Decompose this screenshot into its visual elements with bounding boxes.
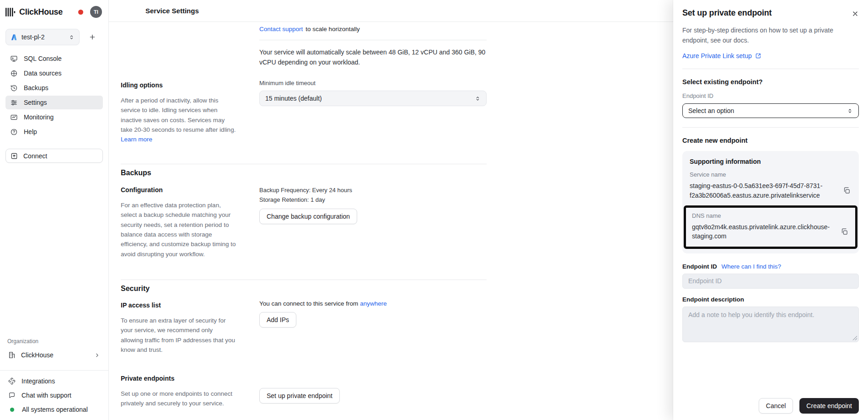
idling-options-title: Idling options — [121, 81, 236, 89]
recording-dot-icon — [78, 10, 83, 15]
endpoint-id-select-label: Endpoint ID — [682, 92, 859, 99]
backup-configuration-section: Configuration For an effective data prot… — [121, 186, 236, 259]
learn-more-link[interactable]: Learn more — [121, 136, 152, 143]
chevron-right-icon — [94, 352, 100, 358]
sidebar-item-label: Help — [24, 128, 37, 135]
chart-icon — [10, 113, 18, 121]
configuration-description: For an effective data protection plan, s… — [121, 200, 236, 259]
avatar-initials: TI — [94, 9, 98, 15]
sliders-icon — [10, 99, 18, 107]
endpoint-description-label: Endpoint description — [682, 296, 859, 303]
external-link-icon — [755, 53, 761, 59]
section-divider — [259, 40, 487, 40]
app-root: ClickHouse TI test-pl-2 — [0, 0, 868, 420]
terminal-icon — [10, 55, 18, 63]
dns-name-value: gqtv8o2m4k.eastus.privatelink.azure.clic… — [692, 222, 835, 241]
ip-access-list-section: IP access list To ensure an extra layer … — [121, 302, 236, 355]
idling-options-section: Idling options After a period of inactiv… — [121, 81, 236, 145]
idle-timeout-field: Minimum idle timeout 15 minutes (default… — [259, 80, 487, 106]
service-name: test-pl-2 — [21, 33, 45, 41]
building-icon — [8, 351, 16, 359]
footer-item-label: Chat with support — [21, 392, 71, 399]
backup-frequency-text: Backup Frequency: Every 24 hours — [259, 185, 487, 195]
endpoint-id-select[interactable]: Select an option — [682, 103, 859, 118]
ip-access-list-description: To ensure an extra layer of security for… — [121, 316, 236, 355]
sidebar-divider — [0, 370, 108, 371]
sidebar-item-settings[interactable]: Settings — [5, 96, 103, 109]
scaling-note-text: to scale horizontally — [305, 26, 360, 32]
private-endpoints-section: Private endpoints Set up one or more end… — [121, 375, 241, 409]
data-sources-icon — [10, 70, 18, 77]
sidebar: ClickHouse TI test-pl-2 — [0, 0, 109, 420]
sidebar-item-monitoring[interactable]: Monitoring — [5, 110, 103, 124]
sidebar-item-backups[interactable]: Backups — [5, 81, 103, 95]
avatar[interactable]: TI — [90, 6, 102, 18]
private-endpoints-description: Set up one or more endpoints to connect … — [121, 389, 241, 409]
ip-access-list-controls: You can connect to this service from any… — [259, 300, 497, 328]
endpoint-description-textarea[interactable] — [682, 307, 859, 342]
backups-section-title: Backups — [121, 169, 151, 177]
service-selector[interactable]: test-pl-2 — [5, 29, 80, 45]
endpoint-description-wrap — [682, 307, 859, 342]
private-endpoints-controls: Set up private endpoint — [259, 388, 340, 404]
service-name-row: staging-eastus-0-0.5a631ee3-697f-45d7-87… — [690, 181, 852, 200]
panel-divider — [682, 127, 859, 128]
idle-timeout-value: 15 minutes (default) — [265, 95, 322, 102]
sidebar-header: ClickHouse TI — [0, 0, 108, 18]
idle-timeout-select[interactable]: 15 minutes (default) — [259, 91, 487, 106]
anywhere-link[interactable]: anywhere — [360, 300, 387, 307]
backup-clock-icon — [10, 84, 18, 92]
ip-access-list-title: IP access list — [121, 302, 236, 309]
sidebar-item-data-sources[interactable]: Data sources — [5, 66, 103, 80]
add-ips-button[interactable]: Add IPs — [259, 312, 296, 328]
organization-label: Organization — [0, 338, 108, 345]
endpoint-id-field-row: Endpoint ID Where can I find this? — [682, 263, 859, 270]
supporting-information-card: Supporting information Service name stag… — [682, 151, 859, 253]
system-status-item[interactable]: All systems operational — [5, 403, 103, 416]
endpoint-id-input[interactable] — [682, 274, 859, 289]
add-service-button[interactable] — [87, 32, 98, 43]
clickhouse-brand[interactable]: ClickHouse — [5, 7, 63, 17]
sidebar-item-chat-support[interactable]: Chat with support — [5, 388, 103, 402]
copy-icon — [843, 187, 851, 194]
copy-dns-name-button[interactable] — [840, 227, 849, 237]
organization-name: ClickHouse — [21, 351, 54, 359]
contact-support-link[interactable]: Contact support — [259, 26, 303, 32]
setup-private-endpoint-button[interactable]: Set up private endpoint — [259, 388, 340, 404]
create-new-endpoint-title: Create new endpoint — [682, 137, 859, 144]
copy-icon — [841, 228, 848, 236]
cancel-button[interactable]: Cancel — [759, 398, 793, 414]
brand-name: ClickHouse — [19, 7, 63, 17]
azure-private-link-setup-link[interactable]: Azure Private Link setup — [682, 52, 752, 59]
sidebar-item-sql-console[interactable]: SQL Console — [5, 52, 103, 65]
sidebar-item-label: SQL Console — [24, 55, 62, 62]
status-label: All systems operational — [22, 406, 88, 413]
copy-service-name-button[interactable] — [842, 186, 852, 195]
section-divider — [121, 280, 487, 280]
close-panel-button[interactable] — [851, 9, 860, 18]
sidebar-item-label: Backups — [24, 84, 48, 92]
create-endpoint-button[interactable]: Create endpoint — [799, 398, 859, 414]
azure-doc-link-row: Azure Private Link setup — [682, 52, 859, 59]
change-backup-configuration-button[interactable]: Change backup configuration — [259, 209, 357, 224]
connect-button[interactable]: Connect — [5, 149, 103, 163]
supporting-information-title: Supporting information — [690, 158, 852, 165]
sidebar-item-help[interactable]: Help — [5, 125, 103, 139]
organization-item[interactable]: ClickHouse — [5, 348, 103, 362]
connect-icon — [11, 152, 18, 160]
backup-configuration-controls: Backup Frequency: Every 24 hours Storage… — [259, 185, 487, 224]
panel-divider — [682, 69, 859, 69]
panel-description: For step-by-step directions on how to se… — [682, 26, 842, 45]
page-title: Service Settings — [145, 7, 199, 15]
sidebar-footer: Integrations Chat with support All syste… — [0, 374, 108, 420]
connect-from-text: You can connect to this service from — [259, 300, 358, 307]
scaling-note: Contact supportto scale horizontally — [259, 26, 360, 32]
section-divider — [121, 164, 487, 164]
integrations-icon — [8, 377, 16, 385]
status-green-dot-icon — [10, 408, 14, 412]
private-endpoints-title: Private endpoints — [121, 375, 241, 382]
where-can-i-find-this-link[interactable]: Where can I find this? — [722, 263, 782, 270]
sidebar-item-integrations[interactable]: Integrations — [5, 374, 103, 388]
dns-name-row: gqtv8o2m4k.eastus.privatelink.azure.clic… — [692, 222, 849, 241]
panel-title: Set up private endpoint — [682, 8, 859, 18]
